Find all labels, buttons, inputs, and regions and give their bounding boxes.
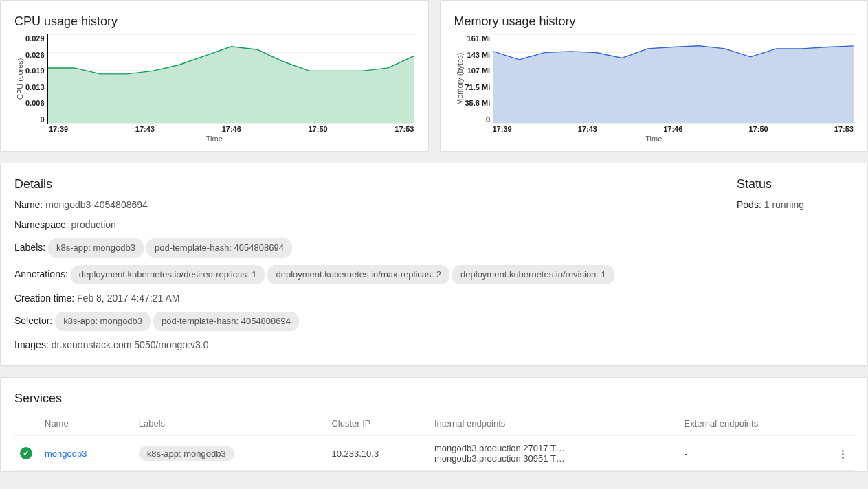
details-heading: Details [14,177,709,192]
services-heading: Services [14,391,854,406]
selector-chips: k8s-app: mongodb3pod-template-hash: 4054… [55,315,302,326]
chip[interactable]: deployment.kubernetes.io/revision: 1 [452,265,614,284]
memory-chart-title: Memory usage history [454,14,854,29]
chip[interactable]: deployment.kubernetes.io/max-replicas: 2 [267,265,449,284]
namespace-value: production [71,219,115,230]
memory-plot-area [493,34,854,124]
external-endpoints: - [679,436,829,471]
pods-label: Pods: [737,199,761,210]
status-heading: Status [737,177,854,192]
col-name[interactable]: Name [39,411,133,436]
internal-endpoints: mongodb3.production:27017 T…mongodb3.pro… [429,436,679,471]
cpu-y-ticks: 0.0290.0260.0190.0130.0060 [25,34,47,124]
services-table: Name Labels Cluster IP Internal endpoint… [14,411,854,471]
name-label: Name: [14,199,43,210]
cpu-x-ticks: 17:3917:4317:4617:5017:53 [49,125,414,133]
memory-chart-card: Memory usage history Memory (bytes) 161 … [440,0,869,152]
chip[interactable]: pod-template-hash: 4054808694 [146,238,292,258]
memory-x-axis-label: Time [454,135,854,143]
col-internal[interactable]: Internal endpoints [429,411,679,436]
chip[interactable]: k8s-app: mongodb3 [55,312,151,331]
images-value: dr.xenonstack.com:5050/mongo:v3.0 [52,339,209,350]
memory-y-axis-label: Memory (bytes) [454,34,465,124]
memory-x-ticks: 17:3917:4317:4617:5017:53 [493,125,854,133]
name-value: mongodb3-4054808694 [45,199,148,210]
details-card: Details Name: mongodb3-4054808694 Namesp… [0,163,868,366]
services-card: Services Name Labels Cluster IP Internal… [0,377,868,472]
col-external[interactable]: External endpoints [679,411,829,436]
images-label: Images: [14,339,49,350]
annotations-chips: deployment.kubernetes.io/desired-replica… [71,269,617,280]
creation-time-label: Creation time: [14,293,74,304]
cpu-x-axis-label: Time [14,135,414,143]
service-name-link[interactable]: mongodb3 [45,448,87,459]
cpu-chart-title: CPU usage history [14,14,414,29]
labels-chips: k8s-app: mongodb3pod-template-hash: 4054… [48,242,295,253]
details-list: Name: mongodb3-4054808694 Namespace: pro… [14,197,709,352]
chip[interactable]: deployment.kubernetes.io/desired-replica… [71,265,265,284]
status-ok-icon: ✓ [20,447,32,459]
chip[interactable]: pod-template-hash: 4054808694 [153,312,299,331]
creation-time-value: Feb 8, 2017 4:47:21 AM [77,293,179,304]
cpu-chart-card: CPU usage history CPU (cores) 0.0290.026… [0,0,429,152]
chip[interactable]: k8s-app: mongodb3 [139,446,234,461]
cpu-y-axis-label: CPU (cores) [14,34,25,124]
namespace-label: Namespace: [14,219,69,230]
annotations-label: Annotations: [14,269,68,280]
col-cluster[interactable]: Cluster IP [326,411,429,436]
labels-label: Labels: [14,242,45,253]
table-row: ✓mongodb3k8s-app: mongodb310.233.10.3mon… [14,436,854,471]
cluster-ip: 10.233.10.3 [326,436,429,471]
selector-label: Selector: [14,315,52,326]
memory-y-ticks: 161 Mi143 Mi107 Mi71.5 Mi35.8 Mi0 [465,34,493,124]
chip[interactable]: k8s-app: mongodb3 [48,238,144,258]
col-labels[interactable]: Labels [133,411,326,436]
cpu-plot-area [47,34,414,124]
pods-value: 1 running [764,199,804,210]
row-menu-icon[interactable] [838,446,848,463]
